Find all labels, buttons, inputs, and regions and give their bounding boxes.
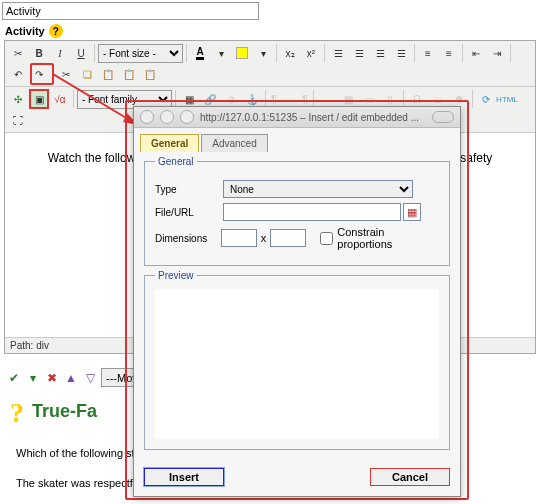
toolbar-separator: [276, 44, 277, 62]
tab-advanced[interactable]: Advanced: [201, 134, 267, 152]
height-input[interactable]: [270, 229, 306, 247]
toolbar-row-1: ✂ B I U - Font size - A ▾ ▾ x₂ x² ☰ ☰ ☰ …: [5, 41, 535, 87]
file-url-input[interactable]: [223, 203, 401, 221]
bg-color-dropdown-icon[interactable]: ▾: [253, 43, 273, 63]
ordered-list-button[interactable]: ≡: [418, 43, 438, 63]
source-icon[interactable]: ✂: [8, 43, 28, 63]
nav-reload-icon[interactable]: [180, 110, 194, 124]
dialog-titlebar: http://127.0.0.1:51235 – Insert / edit e…: [134, 107, 460, 128]
constrain-checkbox[interactable]: [320, 232, 333, 245]
activity-title-input[interactable]: [2, 2, 259, 20]
toolbar-separator: [73, 90, 74, 108]
cancel-button[interactable]: Cancel: [370, 468, 450, 486]
underline-button[interactable]: U: [71, 43, 91, 63]
unordered-list-button[interactable]: ≡: [439, 43, 459, 63]
subscript-button[interactable]: x₂: [280, 43, 300, 63]
html-button[interactable]: HTML: [497, 89, 517, 109]
nav-forward-icon[interactable]: [160, 110, 174, 124]
toolbar-separator: [510, 44, 511, 62]
type-select[interactable]: None: [223, 180, 413, 198]
help-icon[interactable]: ?: [49, 24, 63, 38]
redo-button[interactable]: ↷: [29, 64, 49, 84]
nav-back-icon[interactable]: [140, 110, 154, 124]
dialog-tabstrip: General Advanced: [140, 134, 454, 152]
toolbar-separator: [52, 65, 53, 83]
down-triangle-icon[interactable]: ▽: [82, 370, 98, 386]
toolbar-separator: [324, 44, 325, 62]
constrain-label: Constrain proportions: [337, 226, 439, 250]
delete-icon[interactable]: ✖: [44, 370, 60, 386]
paste-button[interactable]: 📋: [98, 64, 118, 84]
align-justify-button[interactable]: ☰: [391, 43, 411, 63]
toolbar-separator: [186, 44, 187, 62]
dialog-address: http://127.0.0.1:51235 – Insert / edit e…: [200, 112, 426, 123]
file-browse-button[interactable]: ▦: [403, 203, 421, 221]
align-left-button[interactable]: ☰: [328, 43, 348, 63]
preview-fieldset: Preview: [144, 270, 450, 450]
refresh-icon[interactable]: ⟳: [476, 89, 496, 109]
check-icon[interactable]: ✔: [6, 370, 22, 386]
toolbar-separator: [472, 90, 473, 108]
up-triangle-icon[interactable]: ▲: [63, 370, 79, 386]
align-center-button[interactable]: ☰: [349, 43, 369, 63]
insert-media-dialog: http://127.0.0.1:51235 – Insert / edit e…: [133, 106, 461, 497]
text-color-dropdown-icon[interactable]: ▾: [211, 43, 231, 63]
bold-button[interactable]: B: [29, 43, 49, 63]
dimensions-label: Dimensions: [155, 233, 221, 244]
paste-word-button[interactable]: 📋: [140, 64, 160, 84]
italic-button[interactable]: I: [50, 43, 70, 63]
outdent-button[interactable]: ⇤: [466, 43, 486, 63]
down-icon[interactable]: ▾: [25, 370, 41, 386]
activity-field-label: Activity: [5, 25, 45, 37]
font-size-select[interactable]: - Font size -: [98, 44, 183, 63]
copy-button[interactable]: ❏: [77, 64, 97, 84]
general-legend: General: [155, 156, 197, 167]
indent-button[interactable]: ⇥: [487, 43, 507, 63]
superscript-button[interactable]: x²: [301, 43, 321, 63]
preview-box: [155, 289, 439, 439]
toolbar-separator: [94, 44, 95, 62]
align-right-button[interactable]: ☰: [370, 43, 390, 63]
preview-legend: Preview: [155, 270, 197, 281]
dim-x: x: [261, 232, 267, 244]
undo-button[interactable]: ↶: [8, 64, 28, 84]
toolbar-separator: [414, 44, 415, 62]
path-label: Path:: [10, 340, 33, 351]
fullscreen-button[interactable]: ⛶: [8, 110, 28, 130]
tab-general[interactable]: General: [140, 134, 199, 152]
bg-color-button[interactable]: [232, 43, 252, 63]
toolbar-separator: [462, 44, 463, 62]
math-icon[interactable]: √α: [50, 89, 70, 109]
type-label: Type: [155, 184, 223, 195]
width-input[interactable]: [221, 229, 257, 247]
tree-icon[interactable]: ✣: [8, 89, 28, 109]
paste-text-button[interactable]: 📋: [119, 64, 139, 84]
dialog-toggle-icon[interactable]: [432, 111, 454, 123]
text-color-button[interactable]: A: [190, 43, 210, 63]
path-value[interactable]: div: [36, 340, 49, 351]
question-mark-icon: ?: [10, 397, 24, 429]
general-fieldset: General Type None File/URL ▦ Dimensions …: [144, 156, 450, 266]
file-url-label: File/URL: [155, 207, 223, 218]
cut-button[interactable]: ✂: [56, 64, 76, 84]
insert-button[interactable]: Insert: [144, 468, 224, 486]
insert-media-button[interactable]: ▣: [29, 89, 49, 109]
